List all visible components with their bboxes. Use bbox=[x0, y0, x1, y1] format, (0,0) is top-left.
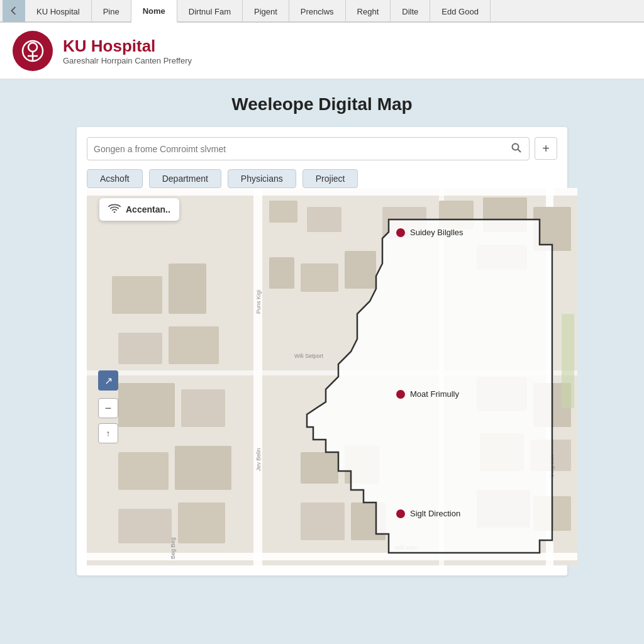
map-controls: ↗ − ↑ bbox=[98, 370, 118, 443]
nav-tab-pine[interactable]: Pine bbox=[92, 0, 131, 23]
hospital-subtitle: Gareshalr Horrpain Canten Preffery bbox=[63, 56, 192, 65]
nav-tab-pigent[interactable]: Pigent bbox=[243, 0, 289, 23]
svg-rect-19 bbox=[301, 264, 338, 292]
svg-rect-11 bbox=[87, 188, 577, 196]
svg-rect-16 bbox=[269, 201, 297, 223]
pin-label-0: Suidey Bilglles bbox=[410, 228, 464, 237]
pin-label-2: Siglt Direction bbox=[410, 509, 460, 518]
svg-line-6 bbox=[518, 150, 521, 153]
search-input-wrapper bbox=[87, 137, 530, 160]
pin-dot-1 bbox=[396, 390, 405, 399]
svg-rect-44 bbox=[301, 502, 345, 540]
map-up-button[interactable]: ↑ bbox=[98, 423, 118, 443]
filter-btn-acshoft[interactable]: Acshoft bbox=[87, 169, 143, 188]
nav-back-button[interactable] bbox=[3, 0, 25, 22]
logo-circle bbox=[13, 31, 53, 71]
nav-tab-reght[interactable]: Reght bbox=[346, 0, 391, 23]
map-pin-1[interactable]: Moat Frimully bbox=[396, 389, 459, 399]
pin-label-1: Moat Frimully bbox=[410, 389, 459, 399]
svg-text:Beg Beg: Beg Beg bbox=[170, 537, 176, 559]
svg-text:Wili Setport: Wili Setport bbox=[294, 353, 324, 359]
pin-dot-0 bbox=[396, 228, 405, 237]
popup-label: Accentan.. bbox=[126, 204, 170, 214]
svg-rect-26 bbox=[112, 276, 162, 314]
svg-rect-20 bbox=[345, 251, 376, 289]
add-button[interactable]: + bbox=[535, 137, 557, 160]
nav-tab-nome[interactable]: Nome bbox=[131, 0, 177, 23]
svg-rect-27 bbox=[169, 264, 206, 314]
search-button[interactable] bbox=[510, 142, 523, 156]
svg-rect-35 bbox=[178, 502, 225, 543]
svg-text:Jev Belin: Jev Belin bbox=[255, 448, 262, 471]
page-title: Weeleope Digital Map bbox=[231, 94, 412, 114]
svg-rect-34 bbox=[118, 509, 172, 543]
map-pin-2[interactable]: Siglt Direction bbox=[396, 509, 460, 518]
svg-rect-8 bbox=[253, 188, 262, 565]
svg-rect-30 bbox=[118, 383, 175, 427]
nav-tab-dilte[interactable]: Dilte bbox=[391, 0, 430, 23]
svg-rect-42 bbox=[301, 452, 338, 484]
zoom-minus-button[interactable]: − bbox=[98, 398, 118, 418]
svg-rect-29 bbox=[169, 326, 219, 364]
filter-btn-physicians[interactable]: Physicians bbox=[228, 169, 296, 188]
filter-row: AcshoftDepartmentPhysiciansProjiect bbox=[87, 169, 557, 188]
wifi-icon bbox=[108, 203, 121, 216]
filter-btn-projiect[interactable]: Projiect bbox=[303, 169, 358, 188]
nav-tab-dirtnul-fam[interactable]: Dirtnul Fam bbox=[177, 0, 243, 23]
svg-rect-28 bbox=[118, 333, 162, 364]
svg-rect-17 bbox=[307, 207, 341, 232]
svg-rect-12 bbox=[87, 553, 577, 560]
map-container: Puns Kigi Jev Belin bbox=[87, 188, 577, 565]
svg-rect-33 bbox=[175, 446, 231, 490]
map-popup[interactable]: Accentan.. bbox=[99, 198, 179, 221]
pin-dot-2 bbox=[396, 509, 405, 518]
svg-text:Puns Kigi: Puns Kigi bbox=[255, 290, 262, 314]
nav-tab-prenclws[interactable]: Prenclws bbox=[289, 0, 346, 23]
svg-rect-31 bbox=[181, 389, 225, 427]
header-text: KU Hospital Gareshalr Horrpain Canten Pr… bbox=[63, 36, 192, 65]
main-content: Weeleope Digital Map + AcshoftDepartment… bbox=[0, 79, 644, 644]
nav-arrow-button[interactable]: ↗ bbox=[98, 370, 118, 391]
filter-btn-department[interactable]: Department bbox=[149, 169, 221, 188]
svg-rect-50 bbox=[562, 314, 574, 408]
top-nav-bar: KU HospitalPineNomeDirtnul FamPigentPren… bbox=[0, 0, 644, 23]
search-input[interactable] bbox=[94, 144, 510, 154]
svg-point-5 bbox=[513, 144, 519, 150]
svg-rect-32 bbox=[118, 452, 169, 490]
svg-point-51 bbox=[114, 211, 116, 213]
nav-tab-ku-hospital[interactable]: KU Hospital bbox=[25, 0, 92, 23]
svg-rect-18 bbox=[269, 257, 294, 289]
map-pin-0[interactable]: Suidey Bilglles bbox=[396, 228, 464, 237]
app-header: KU Hospital Gareshalr Horrpain Canten Pr… bbox=[0, 23, 644, 79]
search-container: + AcshoftDepartmentPhysiciansProjiect bbox=[77, 127, 567, 575]
search-row: + bbox=[87, 137, 557, 160]
nav-tab-edd-good[interactable]: Edd Good bbox=[430, 0, 491, 23]
hospital-name: KU Hospital bbox=[63, 36, 192, 56]
